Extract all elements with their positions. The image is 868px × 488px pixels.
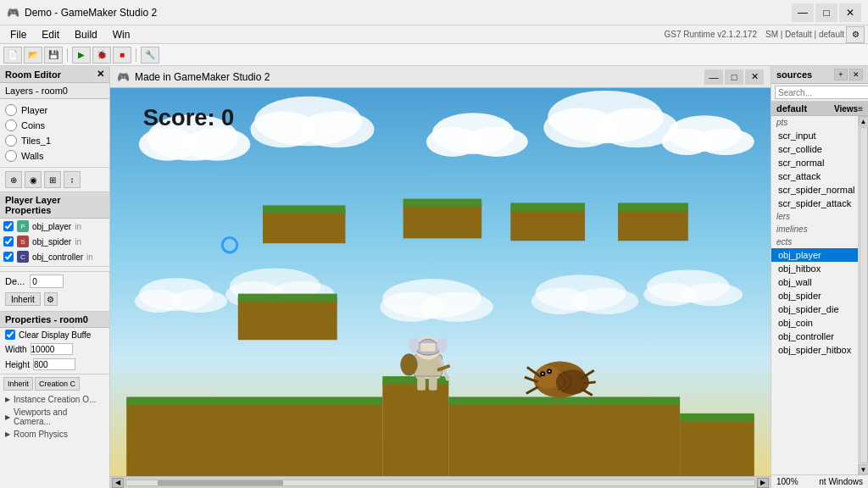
title-bar-left: 🎮 Demo - GameMaker Studio 2 [7,7,157,19]
tool-open[interactable]: 📂 [24,47,42,64]
clear-display-label: Clear Display Buffe [19,330,91,340]
res-scr-input[interactable]: scr_input [771,129,858,142]
prop-spider-icon: S [17,236,29,247]
zoom-label: 100% [776,477,798,486]
depth-input[interactable] [30,274,64,288]
height-input[interactable] [33,358,75,370]
room-props-title: Properties - room0 [5,314,88,324]
prop-controller[interactable]: C obj_controller in [0,249,109,264]
layer-walls-label: Walls [21,151,43,161]
bottom-right-bar: 100% nt Windows [771,474,868,488]
game-scrollbar[interactable]: ◀ ▶ [110,476,771,488]
resources-scrollbar[interactable]: ▲ ▼ [858,116,868,474]
layer-tool-add[interactable]: ⊕ [5,171,22,188]
inherit-button[interactable]: Inherit [5,292,41,306]
creation-button[interactable]: Creation C [35,377,80,391]
tool-new[interactable]: 📄 [3,47,22,64]
layer-coins[interactable]: Coins [0,118,109,133]
prop-player-check[interactable] [3,221,14,231]
scripts-section-label: pts [771,116,858,129]
layer-circle-tiles [5,135,17,147]
res-obj-controller[interactable]: obj_controller [771,330,858,343]
res-scr-spider-normal[interactable]: scr_spider_normal [771,183,858,197]
layer-tool-move[interactable]: ↕ [64,171,81,188]
res-scr-normal[interactable]: scr_normal [771,156,858,169]
menu-build[interactable]: Build [68,27,104,42]
tri-icon-2: ▶ [5,413,10,421]
scroll-right-btn[interactable]: ▶ [757,478,769,488]
viewports-link[interactable]: ▶ Viewports and Camera... [0,406,109,428]
layer-tiles[interactable]: Tiles_1 [0,133,109,148]
tool-debug[interactable]: 🐞 [92,47,111,64]
width-input[interactable] [31,343,73,355]
tri-icon-1: ▶ [5,396,10,403]
menu-win[interactable]: Win [106,27,137,42]
search-input[interactable] [775,86,868,99]
layer-tool-tile[interactable]: ⊞ [44,171,61,188]
depth-row: De... [0,271,109,291]
res-obj-spider[interactable]: obj_spider [771,289,858,302]
depth-label: De... [5,276,25,286]
game-canvas: Score: 0 [110,88,771,476]
res-obj-coin[interactable]: obj_coin [771,316,858,330]
clear-display-check[interactable] [5,330,15,340]
settings-button[interactable]: ⚙ [846,26,865,43]
scroll-left-btn[interactable]: ◀ [112,478,124,488]
tool-clean[interactable]: 🔧 [141,47,159,64]
res-scroll-down[interactable]: ▼ [859,464,869,474]
height-row: Height [0,357,109,372]
res-scr-attack[interactable]: scr_attack [771,169,858,183]
room-editor-close[interactable]: ✕ [97,69,104,80]
tool-save[interactable]: 💾 [44,47,63,64]
layer-walls[interactable]: Walls [0,148,109,164]
minimize-button[interactable]: — [792,3,814,22]
bottom-buttons: Inherit Creation C [0,374,109,393]
tool-stop[interactable]: ■ [113,47,131,64]
res-obj-player[interactable]: obj_player [771,248,858,262]
prop-spider-check[interactable] [3,236,14,247]
prop-player[interactable]: P obj_player in [0,219,109,234]
main-area: Room Editor ✕ Layers - room0 Player Coin… [0,66,868,488]
right-panel: sources + ✕ ◀ ▶ default Views≡ pts scr_i… [771,66,868,488]
res-scr-spider-attack[interactable]: scr_spider_attack [771,197,858,210]
resources-close-btn[interactable]: ✕ [849,69,863,80]
room-props-section: Properties - room0 Clear Display Buffe W… [0,311,109,372]
search-bar: ◀ ▶ [771,84,868,102]
scroll-track[interactable] [125,480,755,486]
viewports-label: Viewports and Camera... [14,408,104,426]
layer-player[interactable]: Player [0,103,109,118]
views-button[interactable]: Views≡ [834,104,863,114]
menu-file[interactable]: File [3,27,33,42]
maximize-button[interactable]: □ [815,3,837,22]
game-minimize-btn[interactable]: — [704,69,723,85]
res-obj-spider-hitbox[interactable]: obj_spider_hitbox [771,343,858,357]
res-scroll-up[interactable]: ▲ [859,116,869,126]
res-obj-hitbox[interactable]: obj_hitbox [771,262,858,275]
game-maximize-btn[interactable]: □ [725,69,743,85]
left-panel: Room Editor ✕ Layers - room0 Player Coin… [0,66,110,488]
close-button[interactable]: ✕ [839,3,861,22]
tri-icon-3: ▶ [5,430,10,438]
room-physics-link[interactable]: ▶ Room Physics [0,428,109,441]
res-obj-spider-die[interactable]: obj_spider_die [771,302,858,316]
right-header-buttons: + ✕ [834,69,863,80]
windows-label: nt Windows [819,477,863,486]
layers-header: Layers - room0 [0,83,109,99]
menu-edit[interactable]: Edit [35,27,66,42]
tool-play[interactable]: ▶ [72,47,91,64]
prop-spider[interactable]: S obj_spider in [0,234,109,249]
prop-controller-check[interactable] [3,252,14,262]
layer-tool-obj[interactable]: ◉ [25,171,42,188]
layer-tiles-label: Tiles_1 [21,136,51,146]
game-close-btn[interactable]: ✕ [745,69,764,85]
inherit-bottom-button[interactable]: Inherit [3,377,33,391]
header-right: SM | Default | default [765,30,844,39]
resources-plus-btn[interactable]: + [834,69,848,80]
res-obj-wall[interactable]: obj_wall [771,275,858,289]
instance-creation-label: Instance Creation O... [14,395,96,404]
game-win-buttons: — □ ✕ [704,69,764,85]
inherit-gear-button[interactable]: ⚙ [44,292,58,306]
inherit-row: Inherit ⚙ [0,291,109,308]
instance-creation-link[interactable]: ▶ Instance Creation O... [0,393,109,406]
res-scr-collide[interactable]: scr_collide [771,142,858,156]
